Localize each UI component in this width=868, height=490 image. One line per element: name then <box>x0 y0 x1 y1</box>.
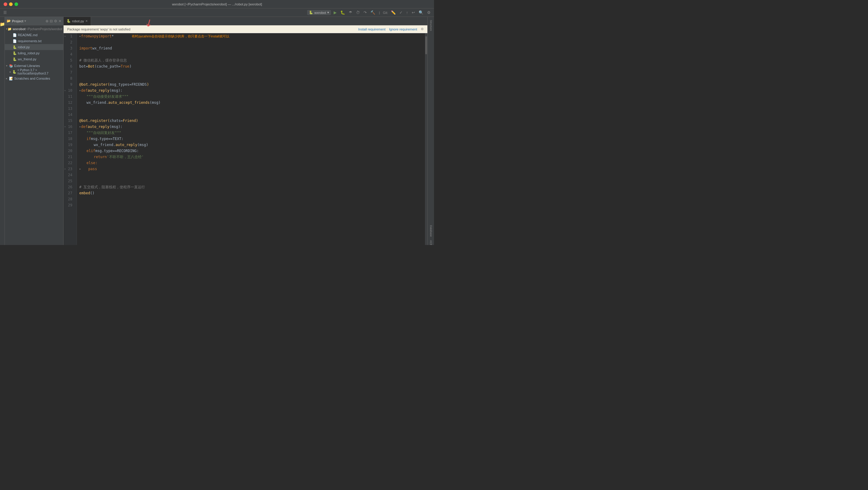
op-eq-15: = <box>121 118 123 124</box>
line-num-11: 11 <box>64 93 74 99</box>
tree-item-robot[interactable]: 🐍 robot.py <box>5 44 63 50</box>
minimize-button[interactable] <box>9 2 13 6</box>
project-folder-icon: 📂 <box>7 19 11 23</box>
tab-close-button[interactable]: ✕ <box>85 19 88 23</box>
fold-10[interactable]: ▾ <box>64 87 66 93</box>
code-line-27: embed () <box>79 190 425 196</box>
comment-26: # 互交模式，阻塞线程，使程序一直运行 <box>79 184 145 190</box>
git-push-button[interactable]: ↑ <box>405 10 409 15</box>
comment-5: # 微信机器人，缓存登录信息 <box>79 57 127 63</box>
settings-gear-icon[interactable]: ⚙ <box>54 19 57 23</box>
tuling-label: tuling_robot.py <box>18 51 39 55</box>
code-line-11: """自动接受好友请求""" <box>79 93 425 99</box>
git-rollback-button[interactable]: ↩ <box>411 10 416 15</box>
project-panel-chevron[interactable]: ▾ <box>24 19 26 23</box>
param-msg-types: msg_types <box>110 82 129 87</box>
deco-9: @bot.register( <box>79 82 110 87</box>
fn-embed: embed <box>79 190 90 196</box>
tab-robot-py[interactable]: 🐍 robot.py ✕ <box>64 17 91 25</box>
window-title: wxrobot [~/PycharmProjects/wxrobot] — ..… <box>172 2 262 6</box>
scratches-label: Scratches and Consoles <box>14 77 50 80</box>
scrollbar-thumb[interactable] <box>425 36 427 54</box>
code-line-16: ▸ def auto_reply ( msg ): <box>79 124 425 130</box>
collapse-icon[interactable]: ⊟ <box>50 19 53 23</box>
line-num-14: 14 <box>64 112 74 118</box>
tree-item-readme[interactable]: 📄 README.md <box>5 32 63 38</box>
param-msg-10: msg <box>112 87 118 93</box>
sidebar-project-icon[interactable]: 📁 <box>0 18 4 30</box>
import-star: * <box>112 33 114 39</box>
banner-settings-icon[interactable]: ⚙ <box>421 27 424 31</box>
settings-button[interactable]: ⚙ <box>426 10 432 15</box>
menu-icon[interactable]: ☰ <box>2 10 8 15</box>
run-button[interactable]: ▶ <box>333 10 338 15</box>
vertical-scrollbar[interactable] <box>425 33 427 245</box>
fold-arrow-23[interactable]: ▸ <box>79 166 81 172</box>
readme-icon: 📄 <box>13 33 17 37</box>
line-num-6: 6 <box>64 63 74 69</box>
sidebar-database-icon[interactable]: Database <box>430 223 433 239</box>
line-num-9: 9 <box>64 82 74 87</box>
code-line-5: # 微信机器人，缓存登录信息 <box>79 57 425 63</box>
code-line-10: ▸ def auto_reply ( msg ): <box>79 87 425 93</box>
debug-button[interactable]: 🐛 <box>339 10 346 15</box>
code-line-24 <box>79 172 425 178</box>
step-over-button[interactable]: ↷ <box>363 10 368 15</box>
add-icon[interactable]: ⊕ <box>45 19 49 23</box>
tree-item-scratches[interactable]: ▸ 📝 Scratches and Consoles <box>5 76 63 82</box>
call-27: () <box>90 190 94 196</box>
banner-message: Package requirement 'wxpy' is not satisf… <box>67 27 130 31</box>
code-line-19: wx_friend . auto_reply (msg) <box>79 142 425 148</box>
install-requirement-link[interactable]: Install requirement <box>358 27 386 31</box>
tree-item-python[interactable]: ▸ 🐍 < Python 3.7 > /usr/local/bin/python… <box>5 69 63 75</box>
scratches-icon: 📝 <box>9 77 13 81</box>
git-update-button[interactable]: ✏️ <box>390 10 397 15</box>
deco-close-9: ) <box>147 82 149 87</box>
fold-23[interactable]: ▾ <box>64 166 66 172</box>
fold-1[interactable]: ▾ <box>64 33 66 39</box>
ignore-requirement-link[interactable]: Ignore requirement <box>389 27 417 31</box>
param-chats: chats <box>110 118 121 124</box>
tree-item-wxfriend[interactable]: 🐍 wx_friend.py <box>5 56 63 62</box>
code-line-2 <box>79 39 425 45</box>
fn-wxfriend-19: wx_friend <box>94 142 113 148</box>
paren-open: ( <box>95 63 97 69</box>
tree-item-requirements[interactable]: 📄 requirements.txt <box>5 38 63 44</box>
close-panel-icon[interactable]: ✕ <box>59 19 61 23</box>
sidebar-aceview-icon[interactable]: ACEView <box>430 238 433 245</box>
params-close-10: ): <box>118 87 122 93</box>
run-coverage-button[interactable]: ☂ <box>348 10 353 15</box>
line-num-19: 19 <box>64 142 74 148</box>
dot-19: . <box>113 142 116 148</box>
val-recording: RECORDING: <box>117 148 138 154</box>
build-button[interactable]: 🔨 <box>370 10 376 15</box>
code-line-21: return '不听不听，王八念经' <box>79 154 425 160</box>
tree-root-item[interactable]: ▾ 📁 wxrobot ~/PycharmProjects/wxrobot <box>5 26 63 32</box>
close-button[interactable] <box>4 2 7 6</box>
kw-def-16: def <box>81 124 88 130</box>
maximize-button[interactable] <box>14 2 18 6</box>
code-content[interactable]: ▸ from wxpy import * 有时pycahrm会自动提示你缺少的库… <box>77 33 425 245</box>
code-line-4 <box>79 51 425 57</box>
python-arrow-icon: ▸ <box>10 70 12 73</box>
search-button[interactable]: 🔍 <box>418 10 424 15</box>
val-friends: FRIENDS <box>131 82 147 87</box>
git-commit-button[interactable]: ✓ <box>398 10 404 15</box>
wxfriend-icon: 🐍 <box>13 57 17 61</box>
tree-item-extlibs[interactable]: ▾ 📚 External Libraries <box>5 63 63 69</box>
run-config-selector[interactable]: 🐍 wxrobot ▾ <box>307 10 331 15</box>
tree-item-tuling[interactable]: 🐍 tuling_robot.py <box>5 50 63 56</box>
sidebar-structure-icon[interactable]: Structure <box>430 18 433 33</box>
root-folder-icon: 📁 <box>7 27 12 31</box>
extlibs-icon: 📚 <box>9 64 13 68</box>
op-dot-12: . <box>106 99 108 106</box>
line-num-21: 21 <box>64 154 74 160</box>
line-num-25: 25 <box>64 178 74 184</box>
robot-py-icon: 🐍 <box>13 45 17 49</box>
profile-button[interactable]: ⏱ <box>355 10 361 15</box>
extlibs-label: External Libraries <box>14 64 40 67</box>
params-16: ( <box>110 124 112 130</box>
code-line-23: ▸ pass <box>79 166 425 172</box>
line-num-5: 5 <box>64 57 74 63</box>
fold-16[interactable]: ▾ <box>64 124 66 130</box>
